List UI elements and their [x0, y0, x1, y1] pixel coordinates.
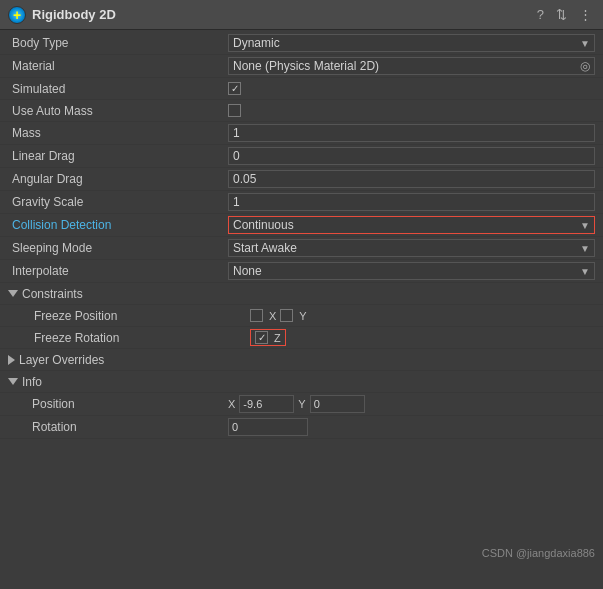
material-circle-btn[interactable]: ◎ [580, 59, 590, 73]
collision-detection-row: Collision Detection Continuous ▼ [0, 214, 603, 237]
body-type-dropdown[interactable]: Dynamic ▼ [228, 34, 595, 52]
panel-title: Rigidbody 2D [32, 7, 534, 22]
panel-content: Body Type Dynamic ▼ Material None (Physi… [0, 30, 603, 589]
linear-drag-field[interactable]: 0 [228, 147, 595, 165]
body-type-arrow: ▼ [580, 38, 590, 49]
constraints-header[interactable]: Constraints [0, 283, 603, 305]
panel-header: Rigidbody 2D ? ⇅ ⋮ [0, 0, 603, 30]
auto-mass-checkbox[interactable] [228, 104, 241, 117]
material-field[interactable]: None (Physics Material 2D) ◎ [228, 57, 595, 75]
info-expand-icon [8, 378, 18, 385]
material-row: Material None (Physics Material 2D) ◎ [0, 55, 603, 78]
sleeping-mode-dropdown[interactable]: Start Awake ▼ [228, 239, 595, 257]
freeze-position-xyz: X Y [250, 309, 307, 322]
position-x-label: X [228, 398, 235, 410]
mass-field[interactable]: 1 [228, 124, 595, 142]
sleeping-mode-value: Start Awake ▼ [228, 239, 595, 257]
freeze-rotation-row: Freeze Rotation Z [0, 327, 603, 349]
rotation-value: 0 [232, 421, 238, 433]
position-xy: X -9.6 Y 0 [228, 395, 595, 413]
angular-drag-field[interactable]: 0.05 [228, 170, 595, 188]
body-type-row: Body Type Dynamic ▼ [0, 32, 603, 55]
auto-mass-row: Use Auto Mass [0, 100, 603, 122]
info-label: Info [22, 375, 42, 389]
angular-drag-row: Angular Drag 0.05 [0, 168, 603, 191]
rotation-field[interactable]: 0 [228, 418, 308, 436]
simulated-label: Simulated [8, 82, 228, 96]
info-header[interactable]: Info [0, 371, 603, 393]
rotation-row: Rotation 0 [0, 416, 603, 439]
freeze-rotation-value: Z [250, 329, 595, 346]
linear-drag-label: Linear Drag [8, 149, 228, 163]
collision-detection-value: Continuous ▼ [228, 216, 595, 234]
help-button[interactable]: ? [534, 5, 547, 24]
freeze-position-x-label: X [269, 310, 276, 322]
menu-button[interactable]: ⋮ [576, 5, 595, 24]
position-x-field[interactable]: -9.6 [239, 395, 294, 413]
position-y-field[interactable]: 0 [310, 395, 365, 413]
mass-value: 1 [228, 124, 595, 142]
body-type-label: Body Type [8, 36, 228, 50]
freeze-position-x-item: X [250, 309, 276, 322]
interpolate-value: None ▼ [228, 262, 595, 280]
position-y-label: Y [298, 398, 305, 410]
freeze-rotation-z-checkbox[interactable] [255, 331, 268, 344]
interpolate-label: Interpolate [8, 264, 228, 278]
freeze-position-x-checkbox[interactable] [250, 309, 263, 322]
position-x-value: -9.6 [243, 398, 262, 410]
sleeping-mode-label: Sleeping Mode [8, 241, 228, 255]
mass-text: 1 [233, 126, 240, 140]
auto-mass-label: Use Auto Mass [8, 104, 228, 118]
position-label: Position [8, 397, 228, 411]
sort-button[interactable]: ⇅ [553, 5, 570, 24]
freeze-rotation-z-label: Z [274, 332, 281, 344]
freeze-rotation-z-container[interactable]: Z [250, 329, 286, 346]
layer-overrides-expand-icon [8, 355, 15, 365]
gravity-scale-text: 1 [233, 195, 240, 209]
unity-logo [8, 6, 26, 24]
gravity-scale-field[interactable]: 1 [228, 193, 595, 211]
rigidbody2d-panel: Rigidbody 2D ? ⇅ ⋮ Body Type Dynamic ▼ M… [0, 0, 603, 589]
freeze-position-row: Freeze Position X Y [0, 305, 603, 327]
material-label: Material [8, 59, 228, 73]
linear-drag-row: Linear Drag 0 [0, 145, 603, 168]
header-actions: ? ⇅ ⋮ [534, 5, 595, 24]
gravity-scale-value: 1 [228, 193, 595, 211]
freeze-position-y-label: Y [299, 310, 306, 322]
gravity-scale-row: Gravity Scale 1 [0, 191, 603, 214]
auto-mass-value [228, 104, 595, 117]
freeze-position-y-item: Y [280, 309, 306, 322]
angular-drag-label: Angular Drag [8, 172, 228, 186]
layer-overrides-label: Layer Overrides [19, 353, 104, 367]
material-value: None (Physics Material 2D) ◎ [228, 57, 595, 75]
body-type-value: Dynamic ▼ [228, 34, 595, 52]
freeze-position-y-checkbox[interactable] [280, 309, 293, 322]
simulated-value [228, 82, 595, 95]
body-type-text: Dynamic [233, 36, 280, 50]
layer-overrides-header[interactable]: Layer Overrides [0, 349, 603, 371]
sleeping-mode-row: Sleeping Mode Start Awake ▼ [0, 237, 603, 260]
simulated-row: Simulated [0, 78, 603, 100]
component-icon [8, 6, 26, 24]
rotation-label: Rotation [8, 420, 228, 434]
interpolate-row: Interpolate None ▼ [0, 260, 603, 283]
collision-detection-arrow: ▼ [580, 220, 590, 231]
mass-label: Mass [8, 126, 228, 140]
mass-row: Mass 1 [0, 122, 603, 145]
freeze-position-value: X Y [250, 309, 595, 322]
angular-drag-value: 0.05 [228, 170, 595, 188]
angular-drag-text: 0.05 [233, 172, 256, 186]
interpolate-dropdown[interactable]: None ▼ [228, 262, 595, 280]
linear-drag-value: 0 [228, 147, 595, 165]
constraints-expand-icon [8, 290, 18, 297]
interpolate-text: None [233, 264, 262, 278]
sleeping-mode-arrow: ▼ [580, 243, 590, 254]
freeze-position-label: Freeze Position [30, 309, 250, 323]
collision-detection-label: Collision Detection [8, 218, 228, 232]
collision-detection-dropdown[interactable]: Continuous ▼ [228, 216, 595, 234]
sleeping-mode-text: Start Awake [233, 241, 297, 255]
material-text: None (Physics Material 2D) [233, 59, 379, 73]
simulated-checkbox[interactable] [228, 82, 241, 95]
rotation-value-container: 0 [228, 418, 595, 436]
constraints-label: Constraints [22, 287, 83, 301]
